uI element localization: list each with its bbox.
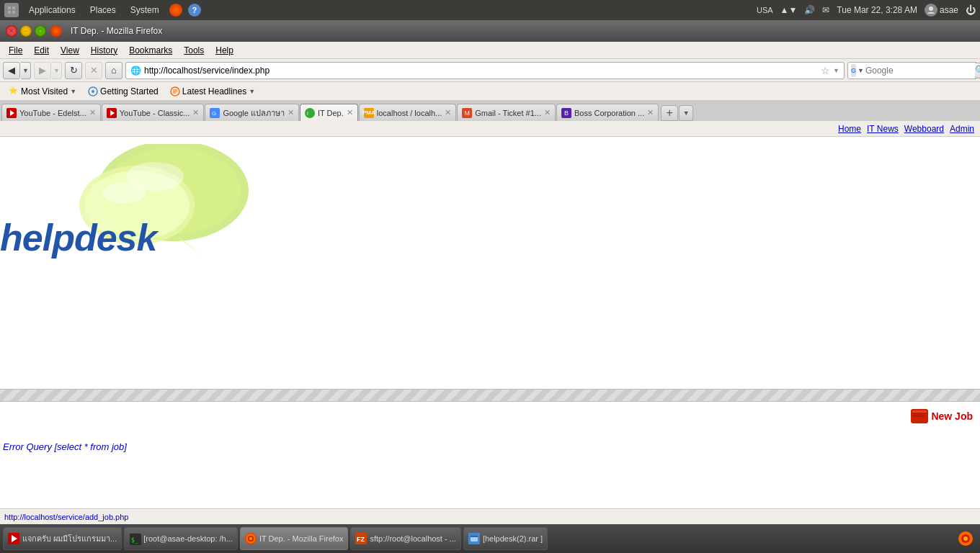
help-icon[interactable]: ? <box>188 4 201 17</box>
back-dropdown[interactable]: ▼ <box>21 62 31 79</box>
taskbar-item-4[interactable]: [helpdesk(2).rar ] <box>463 527 548 550</box>
home-button[interactable]: ⌂ <box>105 62 122 79</box>
browser-window: ✕ − □ IT Dep. - Mozilla Firefox File Edi… <box>0 20 980 539</box>
tab-itdep-close[interactable]: ✕ <box>347 108 353 117</box>
getting-started-bookmark[interactable]: Getting Started <box>84 85 163 98</box>
latest-headlines-dropdown-icon[interactable]: ▼ <box>249 88 255 95</box>
search-engine-icon[interactable]: G <box>851 64 856 77</box>
search-input[interactable] <box>865 66 974 76</box>
reload-button[interactable]: ↻ <box>65 62 82 79</box>
window-controls[interactable]: ✕ − □ <box>6 25 46 37</box>
menu-bar: File Edit View History Bookmarks Tools H… <box>0 42 980 59</box>
taskbar-item-2-label: IT Dep. - Mozilla Firefox <box>259 534 344 543</box>
tab-boss-label: Boss Corporation ... <box>574 109 644 117</box>
places-menu[interactable]: Places <box>86 4 120 17</box>
most-visited-bookmark[interactable]: ⭐ Most Visited ▼ <box>4 85 81 98</box>
url-dropdown-icon[interactable]: ▼ <box>833 67 839 74</box>
taskbar-item-3-label: sftp://root@localhost - ... <box>370 534 455 543</box>
svg-rect-25 <box>912 410 927 413</box>
latest-headlines-icon <box>170 86 180 96</box>
tab-google-translate-close[interactable]: ✕ <box>288 108 294 117</box>
title-bar: ✕ − □ IT Dep. - Mozilla Firefox <box>0 20 980 42</box>
most-visited-label: Most Visited <box>21 86 68 96</box>
taskbar-youtube-icon <box>8 533 19 544</box>
nav-home[interactable]: Home <box>838 124 861 134</box>
os-topbar: Applications Places System ? USA ▲▼ 🔊 ✉ … <box>0 0 980 20</box>
menu-edit[interactable]: Edit <box>28 44 55 57</box>
tab-boss[interactable]: B Boss Corporation ... ✕ <box>556 104 659 121</box>
svg-rect-26 <box>912 413 927 414</box>
minimize-button[interactable]: − <box>20 25 32 37</box>
most-visited-dropdown-icon[interactable]: ▼ <box>70 88 76 95</box>
browser-icon <box>50 25 62 37</box>
youtube2-tab-icon <box>107 108 117 118</box>
close-button[interactable]: ✕ <box>6 25 17 37</box>
tab-boss-close[interactable]: ✕ <box>647 108 654 117</box>
power-icon[interactable]: ⏻ <box>966 4 976 16</box>
search-bar[interactable]: G ▼ 🔍 <box>847 62 977 79</box>
menu-bookmarks[interactable]: Bookmarks <box>123 44 178 57</box>
menu-file[interactable]: File <box>3 44 28 57</box>
tab-youtube-edelst[interactable]: YouTube - Edelst... ✕ <box>1 104 101 121</box>
window-title: IT Dep. - Mozilla Firefox <box>71 26 162 36</box>
forward-group[interactable]: ▶ ▼ <box>34 62 62 79</box>
new-job-button[interactable]: New Job <box>911 409 973 423</box>
youtube-tab-icon <box>6 108 17 118</box>
menu-help[interactable]: Help <box>210 44 239 57</box>
tab-gmail-label: Gmail - Ticket #1... <box>475 109 541 117</box>
menu-view[interactable]: View <box>55 44 85 57</box>
user-indicator: asae <box>925 4 958 17</box>
svg-point-43 <box>963 536 968 541</box>
tab-list-button[interactable]: ▼ <box>679 105 693 121</box>
menu-history[interactable]: History <box>85 44 123 57</box>
tab-youtube-edelst-close[interactable]: ✕ <box>89 108 96 117</box>
tab-pma-close[interactable]: ✕ <box>445 108 451 117</box>
latest-headlines-bookmark[interactable]: Latest Headlines ▼ <box>166 85 259 98</box>
back-button[interactable]: ◀ <box>3 62 20 79</box>
url-input[interactable] <box>144 66 818 76</box>
taskbar-item-0[interactable]: แจกครับ ผมมีโปรแกรมมา... <box>3 527 122 550</box>
helpdesk-area: helpdesk <box>0 137 980 389</box>
bookmark-star-icon[interactable]: ☆ <box>821 65 830 76</box>
stop-button[interactable]: ✕ <box>85 62 102 79</box>
tab-gmail[interactable]: M Gmail - Ticket #1... ✕ <box>457 104 556 121</box>
search-dropdown-icon[interactable]: ▼ <box>858 67 864 74</box>
taskbar-item-0-label: แจกครับ ผมมีโปรแกรมมา... <box>22 532 117 545</box>
nav-it-news[interactable]: IT News <box>867 124 899 134</box>
tab-youtube-classic-label: YouTube - Classic... <box>120 109 190 117</box>
page-content: Home IT News Webboard Admin <box>0 121 980 553</box>
most-visited-icon: ⭐ <box>9 86 19 96</box>
applications-menu[interactable]: Applications <box>24 4 80 17</box>
taskbar-item-1-label: [root@asae-desktop: /h... <box>143 534 233 543</box>
latest-headlines-label: Latest Headlines <box>182 86 246 96</box>
taskbar-firefox-systray[interactable] <box>954 527 977 550</box>
tab-youtube-classic[interactable]: YouTube - Classic... ✕ <box>102 104 205 121</box>
svg-text:FZ: FZ <box>357 536 365 543</box>
tab-itdep[interactable]: i IT Dep. ✕ <box>300 104 358 121</box>
taskbar-firefox-icon <box>245 533 257 544</box>
tab-pma[interactable]: PMA localhost / localh... ✕ <box>359 104 457 121</box>
url-bar[interactable]: 🌐 ☆ ▼ <box>125 62 845 79</box>
system-menu[interactable]: System <box>126 4 164 17</box>
forward-button[interactable]: ▶ <box>34 62 51 79</box>
nav-buttons[interactable]: ◀ ▼ <box>3 62 31 79</box>
google-tab-icon: G <box>210 108 220 118</box>
tab-youtube-classic-close[interactable]: ✕ <box>192 108 199 117</box>
mail-icon: ✉ <box>822 5 829 15</box>
tab-gmail-close[interactable]: ✕ <box>544 108 551 117</box>
sound-icon: 🔊 <box>804 5 815 15</box>
maximize-button[interactable]: □ <box>35 25 46 37</box>
new-tab-button[interactable]: + <box>661 105 678 121</box>
taskbar-item-1[interactable]: $_ [root@asae-desktop: /h... <box>124 527 238 550</box>
taskbar-item-3[interactable]: FZ sftp://root@localhost - ... <box>350 527 460 550</box>
itdep-tab-icon: i <box>305 108 315 118</box>
search-go-icon[interactable]: 🔍 <box>975 63 980 78</box>
svg-rect-1 <box>12 6 15 9</box>
tab-google-translate[interactable]: G Google แปลภาษา ✕ <box>205 104 299 121</box>
svg-text:$_: $_ <box>131 537 138 544</box>
nav-admin[interactable]: Admin <box>950 124 974 134</box>
forward-dropdown[interactable]: ▼ <box>52 62 62 79</box>
menu-tools[interactable]: Tools <box>178 44 210 57</box>
nav-webboard[interactable]: Webboard <box>904 124 944 134</box>
taskbar-item-2[interactable]: IT Dep. - Mozilla Firefox <box>240 527 349 550</box>
